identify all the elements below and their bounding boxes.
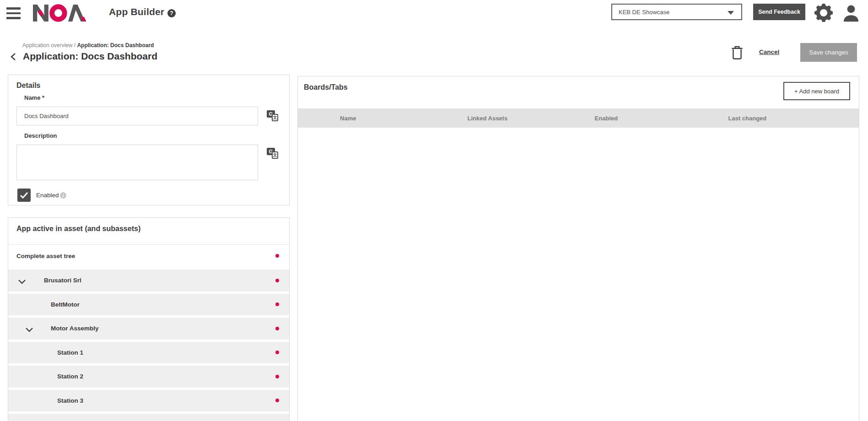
description-field-label: Description — [24, 132, 57, 139]
app-title: App Builder — [109, 6, 164, 17]
asset-tree-row[interactable]: Brusatori Srl — [8, 270, 289, 291]
active-indicator-icon[interactable] — [275, 351, 279, 354]
asset-tree-row[interactable]: Motor Assembly — [8, 318, 289, 340]
asset-tree-row-label: Station 3 — [57, 397, 83, 404]
table-column-header: Name — [298, 108, 399, 128]
asset-tree-row-label: BeltMotor — [51, 301, 80, 308]
boards-table-header: NameLinked AssetsEnabledLast changed — [298, 108, 859, 128]
asset-tree-row-label: Complete asset tree — [16, 253, 75, 259]
cancel-button[interactable]: Cancel — [759, 49, 779, 55]
send-feedback-button[interactable]: Send Feedback — [753, 4, 805, 20]
app-builder-screen: App Builder ? KEB DE Showcase Send Feedb… — [0, 0, 868, 421]
asset-tree-row[interactable]: Station 1 — [8, 342, 289, 364]
page-title: Application: Docs Dashboard — [23, 51, 157, 62]
translate-icon[interactable]: G 文 — [267, 110, 279, 123]
noa-logo[interactable] — [33, 4, 87, 22]
workspace-dropdown-value: KEB DE Showcase — [619, 9, 669, 16]
active-indicator-icon[interactable] — [275, 279, 279, 282]
asset-tree-row[interactable]: Complete asset tree — [8, 244, 289, 267]
asset-tree-row-label: Station 2 — [57, 373, 83, 380]
enabled-label: Enabled — [36, 192, 59, 199]
asset-tree-row[interactable] — [8, 414, 289, 421]
name-field-label: Name * — [24, 94, 44, 101]
chevron-down-icon[interactable] — [18, 278, 26, 283]
table-column-header: Linked Assets — [399, 108, 577, 128]
active-indicator-icon[interactable] — [275, 399, 279, 402]
save-changes-button[interactable]: Save changes — [800, 43, 857, 62]
boards-tabs-card: Boards/Tabs + Add new board NameLinked A… — [297, 76, 859, 421]
active-indicator-icon[interactable] — [275, 327, 279, 330]
details-heading: Details — [16, 81, 40, 90]
description-input[interactable] — [16, 145, 258, 180]
breadcrumb-parent-link[interactable]: Application overview — [22, 42, 72, 49]
add-new-board-button[interactable]: + Add new board — [783, 82, 850, 100]
table-column-header: Enabled — [577, 108, 636, 128]
active-indicator-icon[interactable] — [275, 375, 279, 378]
breadcrumb-current: Application: Docs Dashboard — [77, 42, 154, 49]
enabled-checkbox[interactable] — [17, 189, 31, 202]
help-icon[interactable]: ? — [167, 9, 176, 17]
asset-tree-row[interactable]: BeltMotor — [8, 294, 289, 316]
back-chevron-icon[interactable] — [10, 53, 16, 61]
gear-icon[interactable] — [813, 2, 835, 24]
user-profile-icon[interactable] — [841, 4, 861, 23]
asset-tree-heading: App active in asset (and subassets) — [16, 225, 140, 233]
asset-tree-row-label: Station 1 — [57, 349, 83, 356]
asset-tree-row[interactable]: Station 3 — [8, 390, 289, 412]
translate-icon[interactable]: G 文 — [267, 147, 279, 160]
asset-tree-card: App active in asset (and subassets) Comp… — [8, 217, 290, 421]
active-indicator-icon[interactable] — [275, 254, 279, 258]
topbar: App Builder ? KEB DE Showcase Send Feedb… — [0, 0, 868, 27]
name-input[interactable] — [16, 107, 258, 125]
workspace-dropdown[interactable]: KEB DE Showcase — [611, 4, 742, 20]
details-card: Details Name * G 文 Description G 文 Enabl… — [8, 75, 290, 205]
table-column-header: Last changed — [636, 108, 859, 128]
boards-tabs-heading: Boards/Tabs — [304, 83, 348, 92]
hamburger-menu-icon[interactable] — [6, 7, 21, 19]
breadcrumb-separator: / — [72, 42, 77, 49]
delete-trash-icon[interactable] — [730, 45, 744, 60]
info-icon[interactable]: i — [60, 192, 66, 199]
asset-tree-row[interactable]: Station 2 — [8, 366, 289, 388]
asset-tree-row-label: Motor Assembly — [51, 325, 99, 332]
breadcrumb: Application overview / Application: Docs… — [22, 42, 154, 49]
chevron-down-icon[interactable] — [25, 326, 33, 331]
chevron-down-icon — [728, 11, 734, 15]
active-indicator-icon[interactable] — [275, 302, 279, 306]
asset-tree-row-label: Brusatori Srl — [44, 277, 81, 284]
